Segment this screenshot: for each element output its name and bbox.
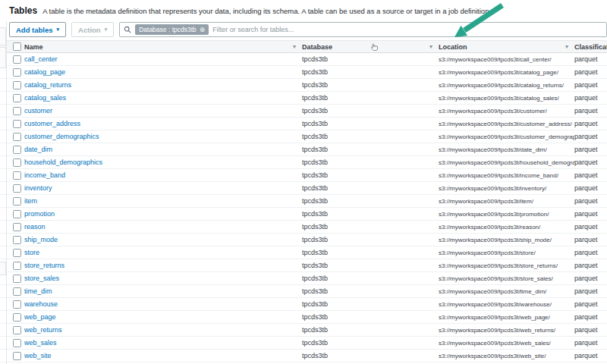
table-row[interactable]: web_site tpcds3tb s3://myworkspace009/tp…	[0, 350, 607, 362]
table-database-cell: tpcds3tb	[302, 68, 439, 76]
row-checkbox[interactable]	[13, 300, 21, 309]
table-name-link[interactable]: call_center	[24, 55, 58, 63]
table-name-link[interactable]: income_band	[24, 171, 65, 179]
table-body: call_center tpcds3tb s3://myworkspace009…	[0, 53, 607, 362]
table-row[interactable]: customer tpcds3tb s3://myworkspace009/tp…	[0, 105, 607, 118]
row-checkbox[interactable]	[13, 81, 21, 89]
row-checkbox[interactable]	[13, 94, 21, 102]
row-checkbox[interactable]	[13, 287, 21, 296]
table-name-link[interactable]: store_returns	[24, 262, 64, 269]
row-checkbox[interactable]	[13, 197, 21, 206]
row-checkbox[interactable]	[13, 68, 21, 77]
table-row[interactable]: store_sales tpcds3tb s3://myworkspace009…	[0, 272, 607, 285]
row-checkbox[interactable]	[13, 184, 21, 193]
row-checkbox[interactable]	[13, 158, 21, 167]
table-row[interactable]: web_sales tpcds3tb s3://myworkspace009/t…	[0, 337, 607, 350]
row-checkbox[interactable]	[13, 133, 21, 141]
table-row[interactable]: household_demographics tpcds3tb s3://myw…	[0, 156, 607, 169]
action-label: Action	[78, 26, 101, 34]
table-classification-cell: parquet	[574, 158, 607, 166]
table-name-link[interactable]: store	[24, 249, 39, 256]
table-row[interactable]: catalog_page tpcds3tb s3://myworkspace00…	[0, 66, 607, 79]
table-location-cell: s3://myworkspace009/tpcds3t/web_site/	[439, 353, 574, 359]
table-classification-cell: parquet	[574, 184, 607, 192]
row-checkbox[interactable]	[13, 339, 21, 347]
table-row[interactable]: item tpcds3tb s3://myworkspace009/tpcds3…	[0, 195, 607, 208]
table-row[interactable]: web_returns tpcds3tb s3://myworkspace009…	[0, 324, 607, 337]
row-checkbox[interactable]	[13, 249, 21, 257]
column-header-location[interactable]: Location ▾	[439, 43, 574, 51]
table-row[interactable]: reason tpcds3tb s3://myworkspace009/tpcd…	[0, 221, 607, 234]
table-name-link[interactable]: reason	[24, 223, 46, 231]
row-checkbox[interactable]	[13, 236, 21, 244]
table-name-link[interactable]: web_page	[24, 313, 56, 321]
table-name-link[interactable]: ship_mode	[24, 236, 58, 243]
select-all-checkbox[interactable]	[13, 42, 21, 51]
table-name-link[interactable]: promotion	[24, 210, 55, 218]
sort-icon[interactable]: ▾	[429, 43, 432, 50]
row-checkbox[interactable]	[13, 55, 21, 64]
column-header-database[interactable]: Database ▾	[302, 43, 439, 51]
table-row[interactable]: catalog_sales tpcds3tb s3://myworkspace0…	[0, 92, 607, 105]
table-location-cell: s3://myworkspace009/tpcds3t/customer_add…	[439, 121, 574, 127]
sort-icon[interactable]: ▾	[293, 43, 296, 50]
row-checkbox[interactable]	[13, 326, 21, 334]
table-name-link[interactable]: store_sales	[24, 275, 59, 282]
table-name-link[interactable]: customer_demographics	[24, 133, 99, 140]
table-name-link[interactable]: date_dim	[24, 146, 52, 153]
table-name-link[interactable]: catalog_returns	[24, 81, 71, 89]
table-name-link[interactable]: web_returns	[24, 326, 62, 334]
table-name-link[interactable]: household_demographics	[24, 158, 102, 166]
table-row[interactable]: promotion tpcds3tb s3://myworkspace009/t…	[0, 208, 607, 221]
search-icon	[124, 26, 131, 33]
row-checkbox[interactable]	[13, 313, 21, 322]
table-location-cell: s3://myworkspace009/tpcds3t/date_dim/	[439, 146, 574, 153]
table-row[interactable]: time_dim tpcds3tb s3://myworkspace009/tp…	[0, 285, 607, 298]
row-checkbox[interactable]	[13, 275, 21, 283]
table-name-link[interactable]: catalog_sales	[24, 94, 66, 102]
table-row[interactable]: store tpcds3tb s3://myworkspace009/tpcds…	[0, 246, 607, 259]
add-tables-button[interactable]: Add tables ▾	[9, 22, 66, 37]
column-header-name[interactable]: Name ▾	[24, 43, 302, 51]
row-checkbox[interactable]	[13, 352, 21, 360]
table-name-link[interactable]: web_site	[24, 352, 52, 359]
table-row[interactable]: inventory tpcds3tb s3://myworkspace009/t…	[0, 182, 607, 195]
table-row[interactable]: store_returns tpcds3tb s3://myworkspace0…	[0, 259, 607, 272]
table-name-link[interactable]: catalog_page	[24, 68, 65, 76]
table-name-link[interactable]: inventory	[24, 184, 52, 192]
table-name-link[interactable]: warehouse	[24, 300, 58, 308]
page-title: Tables	[9, 5, 37, 16]
table-row[interactable]: call_center tpcds3tb s3://myworkspace009…	[0, 53, 607, 66]
table-location-cell: s3://myworkspace009/tpcds3t/web_returns/	[439, 327, 574, 334]
row-checkbox[interactable]	[13, 146, 21, 154]
table-name-link[interactable]: customer	[24, 107, 52, 115]
remove-filter-icon[interactable]: ⊗	[200, 27, 206, 33]
action-button[interactable]: Action ▾	[71, 22, 114, 37]
table-row[interactable]: catalog_returns tpcds3tb s3://myworkspac…	[0, 79, 607, 92]
table-row[interactable]: web_page tpcds3tb s3://myworkspace009/tp…	[0, 311, 607, 324]
table-database-cell: tpcds3tb	[302, 249, 439, 256]
table-name-link[interactable]: customer_address	[24, 120, 80, 127]
table-row[interactable]: date_dim tpcds3tb s3://myworkspace009/tp…	[0, 143, 607, 156]
table-row[interactable]: customer_address tpcds3tb s3://myworkspa…	[0, 118, 607, 130]
row-checkbox[interactable]	[13, 262, 21, 270]
table-row[interactable]: ship_mode tpcds3tb s3://myworkspace009/t…	[0, 234, 607, 246]
table-row[interactable]: warehouse tpcds3tb s3://myworkspace009/t…	[0, 298, 607, 311]
row-checkbox[interactable]	[13, 107, 21, 115]
sort-icon[interactable]: ▾	[565, 43, 568, 50]
table-database-cell: tpcds3tb	[302, 107, 439, 115]
row-checkbox[interactable]	[13, 223, 21, 231]
search-input[interactable]: Database : tpcds3tb ⊗ Filter or search f…	[119, 22, 607, 37]
table-row[interactable]: customer_demographics tpcds3tb s3://mywo…	[0, 130, 607, 143]
table-name-link[interactable]: web_sales	[24, 339, 57, 347]
column-header-classification[interactable]: Classification	[574, 43, 607, 51]
row-checkbox[interactable]	[13, 120, 21, 128]
table-location-cell: s3://myworkspace009/tpcds3t/item/	[439, 198, 574, 205]
database-filter-chip[interactable]: Database : tpcds3tb ⊗	[135, 24, 209, 35]
row-checkbox[interactable]	[13, 171, 21, 180]
table-row[interactable]: income_band tpcds3tb s3://myworkspace009…	[0, 169, 607, 182]
table-location-cell: s3://myworkspace009/tpcds3t/store/	[439, 249, 574, 256]
row-checkbox[interactable]	[13, 210, 21, 218]
table-name-link[interactable]: item	[24, 197, 37, 205]
table-name-link[interactable]: time_dim	[24, 287, 52, 295]
